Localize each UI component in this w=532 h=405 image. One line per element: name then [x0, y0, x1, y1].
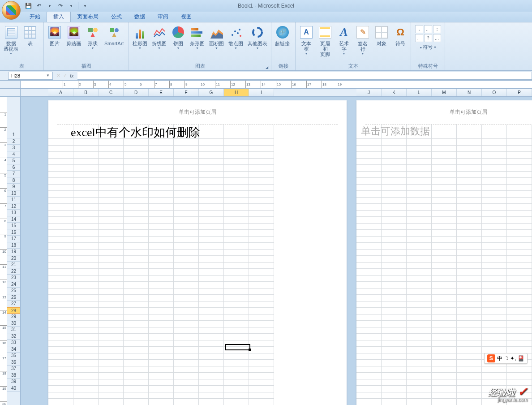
col-header-P[interactable]: P — [507, 89, 532, 96]
symbol-dropdown-button[interactable]: • 符号 ▼ — [420, 44, 437, 51]
tab-home[interactable]: 开始 — [23, 12, 47, 22]
row-header-36[interactable]: 36 — [7, 359, 20, 366]
row-header-24[interactable]: 24 — [7, 281, 20, 288]
col-header-B[interactable]: B — [73, 89, 99, 96]
row-header-39[interactable]: 39 — [7, 379, 20, 385]
row-header-14[interactable]: 14 — [7, 216, 20, 223]
tab-insert[interactable]: 插入 — [47, 11, 71, 22]
row-header-2[interactable]: 2 — [7, 138, 20, 145]
group-label-charts[interactable]: 图表 — [131, 62, 269, 70]
row-header-20[interactable]: 20 — [7, 255, 20, 262]
formula-input[interactable] — [77, 72, 532, 80]
row-header-12[interactable]: 12 — [7, 203, 20, 210]
row-header-28[interactable]: 28 — [7, 307, 20, 314]
vertical-ruler[interactable]: 1234567891011121314151617181920 — [0, 97, 7, 405]
redo-icon[interactable]: ↷ — [56, 1, 65, 10]
qat-customize-icon[interactable]: ▼ — [66, 1, 76, 10]
fx-icon[interactable]: fx — [70, 73, 74, 78]
scatter-chart-button[interactable]: 散点图▼ — [227, 24, 245, 51]
shapes-button[interactable]: 形状 ▼ — [84, 24, 102, 51]
col-header-M[interactable]: M — [432, 89, 457, 96]
row-header-22[interactable]: 22 — [7, 268, 20, 275]
textbox-button[interactable]: A 文本框▼ — [297, 24, 315, 56]
row-header-33[interactable]: 33 — [7, 340, 20, 346]
row-header-37[interactable]: 37 — [7, 366, 20, 372]
undo-icon[interactable]: ↶ — [34, 1, 44, 10]
office-button[interactable] — [2, 1, 21, 20]
symbol-button[interactable]: Ω 符号 — [391, 24, 409, 47]
page2-placeholder[interactable]: 单击可添加数据 — [361, 125, 430, 138]
symbol-grid[interactable]: ，。； 、？… — [415, 25, 441, 42]
row-header-32[interactable]: 32 — [7, 333, 20, 340]
row-header-6[interactable]: 6 — [7, 164, 20, 171]
row-header-23[interactable]: 23 — [7, 275, 20, 281]
row-header-16[interactable]: 16 — [7, 229, 20, 236]
col-header-K[interactable]: K — [382, 89, 407, 96]
wordart-button[interactable]: A 艺术字▼ — [335, 24, 353, 56]
row-header-13[interactable]: 13 — [7, 210, 20, 216]
clipart-button[interactable]: 剪贴画 — [64, 24, 83, 47]
table-button[interactable]: 表 — [21, 24, 39, 47]
col-header-J[interactable]: J — [356, 89, 382, 96]
tab-formulas[interactable]: 公式 — [105, 12, 128, 22]
col-header-G[interactable]: G — [199, 89, 224, 96]
pivot-table-button[interactable]: 数据 透视表 ▼ — [2, 24, 20, 56]
col-header-N[interactable]: N — [457, 89, 482, 96]
row-header-40[interactable]: 40 — [7, 385, 20, 392]
col-header-A[interactable]: A — [48, 89, 73, 96]
col-header-D[interactable]: D — [124, 89, 149, 96]
object-button[interactable]: 对象 — [373, 24, 390, 47]
row-header-8[interactable]: 8 — [7, 177, 20, 184]
row-header-19[interactable]: 19 — [7, 249, 20, 255]
qat-more-icon[interactable]: ▼ — [80, 1, 90, 10]
smartart-button[interactable]: SmartArt — [103, 24, 125, 47]
row-header-10[interactable]: 10 — [7, 190, 20, 197]
pie-chart-button[interactable]: 饼图▼ — [169, 24, 187, 51]
header-footer-button[interactable]: 页眉和 页脚 — [316, 24, 334, 58]
name-box[interactable]: H28▼ — [8, 72, 53, 80]
area-chart-button[interactable]: 面积图▼ — [207, 24, 226, 51]
row-header-27[interactable]: 27 — [7, 301, 20, 307]
qat-dropdown-icon[interactable]: ▼ — [45, 1, 55, 10]
row-header-18[interactable]: 18 — [7, 242, 20, 249]
line-chart-button[interactable]: 折线图▼ — [150, 24, 168, 51]
page2-header-hint[interactable]: 单击可添加页眉 — [365, 100, 532, 125]
col-header-C[interactable]: C — [99, 89, 124, 96]
horizontal-ruler[interactable]: 12345678910111213141516171819 — [21, 81, 532, 88]
row-header-15[interactable]: 15 — [7, 223, 20, 229]
row-header-7[interactable]: 7 — [7, 171, 20, 177]
col-header-L[interactable]: L — [407, 89, 432, 96]
bar-chart-button[interactable]: 条形图▼ — [188, 24, 206, 51]
hyperlink-button[interactable]: 🔗 超链接 — [273, 24, 292, 47]
row-header-21[interactable]: 21 — [7, 262, 20, 268]
col-header-E[interactable]: E — [149, 89, 174, 96]
save-icon[interactable]: 💾 — [23, 1, 33, 10]
tab-review[interactable]: 审阅 — [151, 12, 175, 22]
select-all-corner[interactable] — [0, 89, 21, 96]
signature-line-button[interactable]: 签名行▼ — [354, 24, 372, 56]
row-header-3[interactable]: 3 — [7, 145, 20, 151]
row-header-38[interactable]: 38 — [7, 372, 20, 379]
row-header-35[interactable]: 35 — [7, 353, 20, 359]
grid-area[interactable]: 单击可添加页眉 excel中有个水印如何删除 单击可添加页眉 单击可添加数据 — [21, 97, 532, 405]
picture-button[interactable]: 图片 — [46, 24, 64, 47]
col-header-H[interactable]: H — [224, 89, 249, 96]
col-header-I[interactable]: I — [249, 89, 274, 96]
other-charts-button[interactable]: 其他图表▼ — [246, 24, 269, 51]
row-header-25[interactable]: 25 — [7, 288, 20, 294]
row-header-5[interactable]: 5 — [7, 158, 20, 164]
row-header-1[interactable]: 1 — [7, 132, 20, 138]
column-chart-button[interactable]: 柱形图▼ — [131, 24, 149, 51]
row-header-11[interactable]: 11 — [7, 197, 20, 203]
row-header-30[interactable]: 30 — [7, 320, 20, 327]
row-header-17[interactable]: 17 — [7, 236, 20, 242]
row-header-34[interactable]: 34 — [7, 346, 20, 353]
tab-data[interactable]: 数据 — [128, 12, 151, 22]
col-header-F[interactable]: F — [174, 89, 199, 96]
row-header-31[interactable]: 31 — [7, 327, 20, 333]
tab-page-layout[interactable]: 页面布局 — [71, 12, 105, 22]
page1-header-hint[interactable]: 单击可添加页眉 — [57, 100, 338, 125]
row-header-9[interactable]: 9 — [7, 184, 20, 190]
tab-view[interactable]: 视图 — [175, 12, 198, 22]
col-header-O[interactable]: O — [482, 89, 507, 96]
